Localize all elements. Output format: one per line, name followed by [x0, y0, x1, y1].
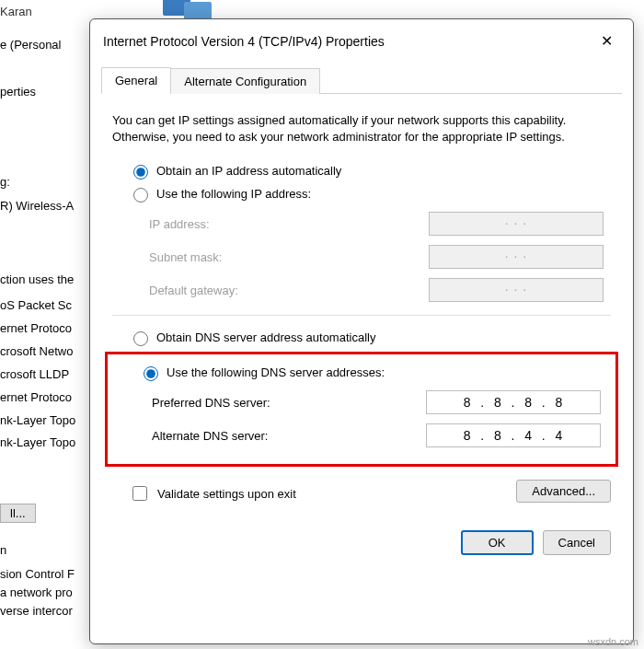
close-icon[interactable]: ✕ — [593, 29, 620, 53]
separator — [112, 315, 611, 316]
ip-auto-radio[interactable] — [133, 165, 148, 180]
bg-adapter: R) Wireless-A — [0, 199, 74, 213]
ipv4-properties-dialog: Internet Protocol Version 4 (TCP/IPv4) P… — [89, 18, 634, 644]
subnet-row: Subnet mask: . . . — [149, 245, 604, 269]
bg-desc: verse intercor — [0, 604, 73, 618]
bg-item: crosoft LLDP — [0, 367, 69, 381]
highlight-box: Use the following DNS server addresses: … — [105, 352, 618, 467]
subnet-input: . . . — [429, 245, 604, 269]
tab-general[interactable]: General — [101, 67, 171, 94]
dns-manual-radio[interactable] — [144, 366, 158, 381]
intro-text: You can get IP settings assigned automat… — [112, 112, 611, 145]
dialog-content: You can get IP settings assigned automat… — [90, 94, 633, 512]
preferred-dns-label: Preferred DNS server: — [152, 396, 270, 410]
alternate-dns-input[interactable] — [426, 423, 601, 447]
ip-address-input: . . . — [429, 212, 604, 236]
bg-item: crosoft Netwo — [0, 344, 73, 358]
ip-manual-radio[interactable] — [133, 188, 148, 203]
preferred-dns-input[interactable] — [426, 390, 601, 414]
install-button[interactable]: ll... — [0, 504, 36, 523]
alternate-dns-label: Alternate DNS server: — [152, 429, 268, 443]
bg-item: oS Packet Sc — [0, 298, 72, 312]
ip-auto-radio-row[interactable]: Obtain an IP address automatically — [129, 162, 611, 180]
gateway-row: Default gateway: . . . — [149, 278, 604, 302]
bg-item: nk-Layer Topo — [0, 413, 75, 427]
titlebar: Internet Protocol Version 4 (TCP/IPv4) P… — [90, 19, 633, 59]
dns-manual-label: Use the following DNS server addresses: — [167, 365, 385, 379]
bg-label: g: — [0, 175, 10, 189]
bg-item: ernet Protoco — [0, 390, 72, 404]
preferred-dns-row: Preferred DNS server: — [152, 390, 601, 414]
bg-desc: a network pro — [0, 585, 73, 599]
bg-uses: ction uses the — [0, 272, 74, 286]
ip-manual-label: Use the following IP address: — [156, 187, 311, 201]
advanced-button[interactable]: Advanced... — [516, 480, 611, 503]
bg-desc: sion Control F — [0, 567, 75, 581]
dns-auto-label: Obtain DNS server address automatically — [156, 330, 375, 344]
gateway-input: . . . — [429, 278, 604, 302]
parent-title: e (Personal — [0, 38, 61, 52]
cancel-button[interactable]: Cancel — [543, 530, 611, 555]
dialog-title: Internet Protocol Version 4 (TCP/IPv4) P… — [103, 34, 385, 49]
bg-tab: perties — [0, 85, 36, 99]
dns-auto-radio[interactable] — [133, 331, 148, 346]
watermark: wsxdn.com — [588, 636, 638, 647]
ip-auto-label: Obtain an IP address automatically — [156, 164, 341, 178]
bg-desc-head: n — [0, 543, 6, 557]
gateway-label: Default gateway: — [149, 284, 238, 297]
subnet-label: Subnet mask: — [149, 250, 223, 264]
validate-label: Validate settings upon exit — [157, 487, 296, 501]
ip-address-row: IP address: . . . — [149, 212, 604, 236]
dns-auto-radio-row[interactable]: Obtain DNS server address automatically — [129, 329, 611, 346]
ip-manual-radio-row[interactable]: Use the following IP address: — [129, 185, 611, 203]
ok-button[interactable]: OK — [461, 530, 534, 555]
ip-address-label: IP address: — [149, 217, 210, 231]
tab-alternate[interactable]: Alternate Configuration — [170, 68, 320, 94]
bg-item: nk-Layer Topo — [0, 435, 75, 449]
tab-strip: General Alternate Configuration — [101, 66, 622, 94]
dialog-footer: OK Cancel — [90, 512, 633, 574]
validate-checkbox[interactable] — [132, 486, 147, 501]
bg-user: Karan — [0, 5, 32, 18]
alternate-dns-row: Alternate DNS server: — [152, 423, 601, 447]
dns-manual-radio-row[interactable]: Use the following DNS server addresses: — [139, 364, 608, 381]
bg-item: ernet Protoco — [0, 321, 72, 335]
